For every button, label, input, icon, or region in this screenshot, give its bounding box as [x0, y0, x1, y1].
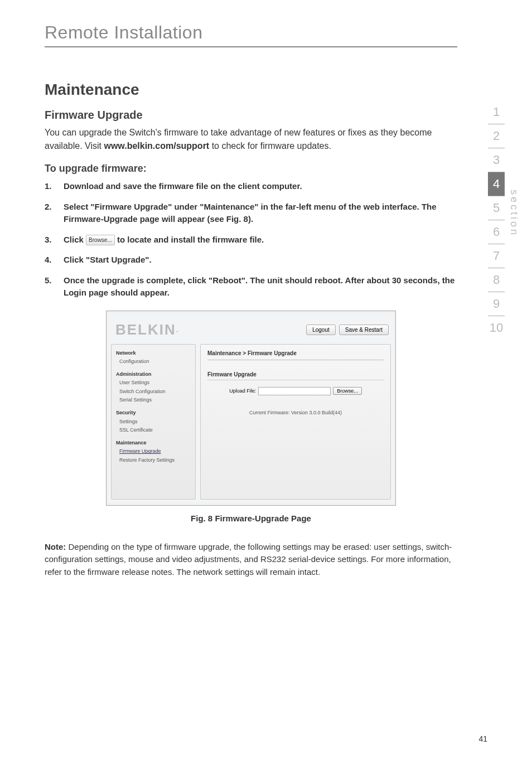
sidebar-item-security-settings[interactable]: Settings [116, 418, 191, 426]
heading-maintenance: Maintenance [45, 81, 457, 99]
step-1: Download and save the firmware file on t… [45, 180, 457, 193]
upload-file-input[interactable] [258, 387, 331, 395]
sidebar: Network Configuration Administration Use… [111, 344, 196, 500]
section-num-4[interactable]: 4 [488, 172, 505, 196]
heading-to-upgrade: To upgrade firmware: [45, 163, 457, 175]
figure-caption: Fig. 8 Firmware-Upgrade Page [45, 514, 457, 523]
breadcrumb: Maintenance > Firmware Upgrade [207, 350, 384, 360]
note-paragraph: Note: Depending on the type of firmware … [45, 541, 457, 579]
panel-title: Firmware Upgrade [207, 371, 384, 380]
sidebar-item-serial-settings[interactable]: Serial Settings [116, 396, 191, 404]
main-panel: Maintenance > Firmware Upgrade Firmware … [200, 344, 391, 500]
support-link[interactable]: www.belkin.com/support [104, 141, 209, 151]
section-num-9[interactable]: 9 [488, 292, 505, 316]
note-text: Depending on the type of firmware upgrad… [45, 542, 452, 577]
step-2: Select "Firmware Upgrade" under "Mainten… [45, 201, 457, 226]
sidebar-group-administration: Administration [116, 370, 191, 379]
section-num-10[interactable]: 10 [488, 316, 505, 340]
sidebar-item-ssl-certificate[interactable]: SSL Certificate [116, 426, 191, 434]
section-num-5[interactable]: 5 [488, 196, 505, 220]
browse-button[interactable]: Browse... [333, 387, 362, 395]
section-num-8[interactable]: 8 [488, 268, 505, 292]
section-num-2[interactable]: 2 [488, 124, 505, 148]
sidebar-item-switch-configuration[interactable]: Switch Configuration [116, 388, 191, 396]
intro-text-2: to check for firmware updates. [209, 141, 331, 151]
intro-paragraph: You can upgrade the Switch's firmware to… [45, 126, 457, 153]
browse-button-inline: Browse... [86, 235, 115, 245]
step-3: Click Browse... to locate and install th… [45, 234, 457, 246]
step-5: Once the upgrade is complete, click "Reb… [45, 274, 457, 299]
heading-firmware-upgrade: Firmware Upgrade [45, 109, 457, 122]
step-4: Click "Start Upgrade". [45, 254, 457, 267]
save-restart-button[interactable]: Save & Restart [339, 325, 389, 335]
sidebar-group-maintenance: Maintenance [116, 439, 191, 447]
sidebar-item-firmware-upgrade[interactable]: Firmware Upgrade [116, 447, 191, 456]
screenshot-figure: BELKIN. Logout Save & Restart Network Co… [106, 311, 396, 506]
section-num-1[interactable]: 1 [488, 100, 505, 124]
section-num-7[interactable]: 7 [488, 244, 505, 268]
brand-logo: BELKIN. [115, 321, 180, 338]
section-label: section [508, 190, 520, 237]
sidebar-item-user-settings[interactable]: User Settings [116, 379, 191, 387]
upload-label: Upload File: [229, 388, 256, 394]
step-3a: Click [64, 235, 86, 244]
sidebar-item-configuration[interactable]: Configuration [116, 357, 191, 366]
sidebar-group-security: Security [116, 409, 191, 417]
sidebar-item-restore-factory[interactable]: Restore Factory Settings [116, 456, 191, 464]
current-firmware-text: Current Firmware: Version 3.0.0 Build(44… [207, 410, 384, 415]
note-label: Note: [45, 542, 66, 551]
chapter-title: Remote Installation [45, 22, 457, 47]
step-3b: to locate and install the firmware file. [115, 235, 264, 244]
section-num-3[interactable]: 3 [488, 148, 505, 172]
page-number: 41 [478, 734, 487, 743]
section-num-6[interactable]: 6 [488, 220, 505, 244]
logout-button[interactable]: Logout [306, 325, 336, 335]
section-ladder: section 1 2 3 4 5 6 7 8 9 10 [489, 100, 520, 340]
steps-list: Download and save the firmware file on t… [45, 180, 457, 299]
sidebar-group-network: Network [116, 349, 191, 357]
